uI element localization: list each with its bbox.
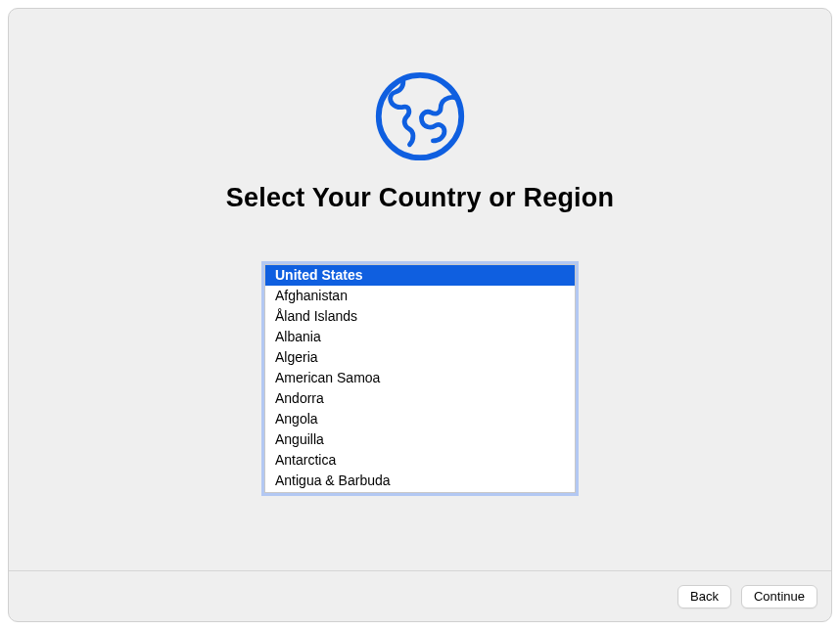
country-list-container[interactable]: United States Afghanistan Åland Islands … — [264, 264, 576, 493]
country-item[interactable]: American Samoa — [265, 368, 575, 388]
footer-bar: Back Continue — [9, 570, 831, 621]
country-item[interactable]: Angola — [265, 409, 575, 429]
country-item[interactable]: Andorra — [265, 388, 575, 409]
country-item[interactable]: Antigua & Barbuda — [265, 471, 575, 491]
page-title: Select Your Country or Region — [226, 183, 614, 213]
country-item[interactable]: Algeria — [265, 347, 575, 368]
country-item[interactable]: Åland Islands — [265, 306, 575, 327]
country-item[interactable]: Afghanistan — [265, 286, 575, 306]
country-item[interactable]: United States — [265, 265, 575, 286]
setup-window: Select Your Country or Region United Sta… — [8, 8, 832, 622]
country-item[interactable]: Anguilla — [265, 429, 575, 450]
back-button[interactable]: Back — [677, 585, 731, 608]
globe-icon — [373, 69, 467, 163]
globe-icon-wrap — [373, 69, 467, 163]
country-list[interactable]: United States Afghanistan Åland Islands … — [265, 265, 575, 491]
country-item[interactable]: Antarctica — [265, 450, 575, 471]
continue-button[interactable]: Continue — [741, 585, 817, 608]
country-item[interactable]: Albania — [265, 327, 575, 347]
